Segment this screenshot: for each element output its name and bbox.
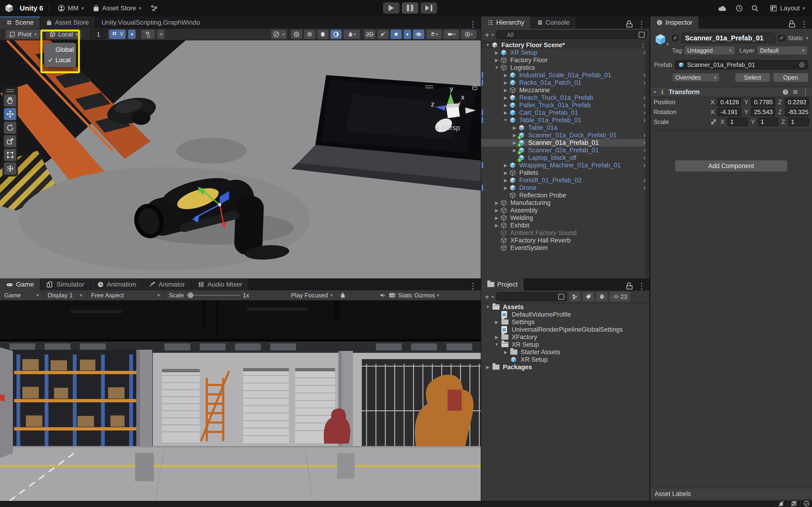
- active-checkbox[interactable]: ✓: [672, 35, 678, 41]
- project-item[interactable]: XR Setup: [481, 356, 649, 363]
- hierarchy-item[interactable]: ▶ + Reach_Truck_01a_Prefab › ⋮: [481, 94, 649, 101]
- gizmos-dropdown[interactable]: ▾: [461, 30, 476, 39]
- expand-arrow[interactable]: ▶: [502, 163, 509, 168]
- expand-arrow[interactable]: ▶: [493, 320, 500, 325]
- hierarchy-item[interactable]: ▶ + Exhibit › ⋮: [481, 222, 649, 229]
- tab-hierarchy[interactable]: Hierarchy: [481, 16, 531, 29]
- search-by-label-icon[interactable]: [583, 292, 594, 301]
- expand-arrow[interactable]: ▼: [493, 65, 500, 70]
- rotate-tool[interactable]: [4, 122, 16, 134]
- step-button[interactable]: [420, 2, 437, 14]
- pivot-mode-dropdown[interactable]: Pivot▾: [6, 30, 40, 39]
- search-icon[interactable]: [751, 4, 759, 12]
- display-dropdown[interactable]: Display 1▾: [44, 290, 87, 300]
- expand-arrow[interactable]: ▶: [502, 110, 509, 115]
- project-panel-menu-icon[interactable]: ⋮: [638, 281, 646, 291]
- value-field-y[interactable]: 0.7785: [751, 98, 775, 106]
- transform-tool[interactable]: [4, 162, 16, 175]
- debugger-status-icon[interactable]: [775, 501, 784, 507]
- select-button[interactable]: Select: [735, 73, 770, 82]
- expand-arrow[interactable]: ▶: [502, 88, 509, 93]
- project-item[interactable]: ▶ XFactory: [481, 333, 649, 341]
- lock-icon[interactable]: [626, 20, 632, 27]
- grid-snap-button[interactable]: [141, 30, 155, 39]
- overlay-drag-handle[interactable]: [6, 89, 14, 92]
- expand-arrow[interactable]: ▶: [502, 72, 509, 78]
- transform-header[interactable]: ▾ Transform ⋮: [650, 87, 812, 97]
- scale-tool[interactable]: [4, 135, 16, 148]
- open-button[interactable]: Open: [773, 73, 808, 82]
- game-viewport[interactable]: [0, 300, 481, 501]
- lock-icon[interactable]: [789, 20, 795, 27]
- search-by-type-icon[interactable]: [569, 292, 580, 301]
- vsync-icon[interactable]: [389, 292, 396, 299]
- expand-arrow[interactable]: ▶: [493, 208, 500, 213]
- game-panel-menu-icon[interactable]: ⋮: [469, 281, 477, 291]
- move-tool[interactable]: [4, 108, 16, 120]
- hierarchy-panel-menu-icon[interactable]: ⋮: [638, 19, 646, 29]
- hierarchy-item[interactable]: ▶ + Cart_01a_Prefab_01 › ⋮: [481, 109, 649, 116]
- aspect-dropdown[interactable]: Free Aspect▾: [87, 290, 164, 300]
- orientation-menu-item[interactable]: ✓ Local: [44, 55, 76, 65]
- expand-arrow[interactable]: ▶: [493, 223, 500, 228]
- hierarchy-item[interactable]: ▶ + Pallets › ⋮: [481, 169, 649, 176]
- hierarchy-item[interactable]: ▶ + Industrial_Scale_01a_Prefab_01 › ⋮: [481, 71, 649, 79]
- hierarchy-item[interactable]: + EventSystem › ⋮: [481, 244, 649, 251]
- hierarchy-item[interactable]: ▶ + XR Setup › ⋮: [481, 49, 649, 56]
- expand-arrow[interactable]: ▼: [502, 118, 509, 123]
- presets-icon[interactable]: [792, 89, 798, 95]
- visible-count-badge[interactable]: 23: [610, 292, 630, 301]
- cache-server-status-icon[interactable]: [788, 501, 797, 507]
- project-item[interactable]: ▼ Assets: [481, 303, 649, 311]
- hierarchy-item[interactable]: ▶ + Pallet_Truck_01a_Prefab › ⋮: [481, 101, 649, 109]
- grid-visibility-dropdown[interactable]: ▾: [128, 30, 136, 39]
- gizmo-lock-icon[interactable]: [472, 84, 477, 90]
- layout-menu[interactable]: Layout▾: [767, 4, 808, 12]
- projection-label[interactable]: ‹Persp: [437, 123, 460, 132]
- hierarchy-item[interactable]: ▶ + Forklift_01_Prefab_02 › ⋮: [481, 176, 649, 184]
- orientation-dropdown[interactable]: Local▾: [46, 30, 81, 39]
- asset-store-menu[interactable]: Asset Store▾: [90, 4, 144, 12]
- expand-arrow[interactable]: ▶: [511, 125, 518, 130]
- hierarchy-item[interactable]: ▶ + Drone › ⋮: [481, 184, 649, 191]
- hierarchy-item[interactable]: ▶ + Factory Floor › ⋮: [481, 56, 649, 64]
- hierarchy-item[interactable]: ▼ + Logistics › ⋮: [481, 64, 649, 71]
- account-menu[interactable]: MM▾: [55, 4, 87, 12]
- create-object-button[interactable]: ＋▾: [484, 30, 494, 40]
- expand-arrow[interactable]: ▶: [502, 349, 509, 355]
- tab-project[interactable]: Project: [481, 278, 524, 291]
- project-item[interactable]: ▶ Settings: [481, 318, 649, 326]
- tab-asset-store[interactable]: Asset Store: [40, 16, 95, 29]
- hierarchy-item[interactable]: ▶ + Scanner_01a_Dock_Prefab_01 › ⋮: [481, 131, 649, 139]
- wireframe-sphere-icon[interactable]: [291, 30, 302, 39]
- rect-tool[interactable]: [4, 149, 16, 161]
- hierarchy-item[interactable]: ▶ + Scanner_01a_Prefab_01 › ⋮: [481, 139, 649, 147]
- tab-scene[interactable]: Scene: [0, 16, 40, 29]
- hierarchy-item[interactable]: ▶ + Wrapping_Machine_01a_Prefab_01 › ⋮: [481, 162, 649, 169]
- effects-toggle-icon[interactable]: [391, 30, 402, 39]
- scene-panel-menu-icon[interactable]: ⋮: [469, 19, 477, 29]
- project-item[interactable]: DefaultVolumeProfile: [481, 311, 649, 318]
- add-component-button[interactable]: Add Component: [675, 160, 788, 172]
- asset-labels-section[interactable]: Asset Labels: [650, 488, 812, 500]
- expand-arrow[interactable]: ▶: [493, 215, 500, 221]
- effects-dropdown[interactable]: ▾: [404, 30, 411, 39]
- activity-status-icon[interactable]: [800, 501, 810, 507]
- layer-dropdown[interactable]: Default▾: [757, 46, 808, 55]
- camera-dropdown[interactable]: ▾: [444, 30, 459, 39]
- expand-arrow[interactable]: ▶: [502, 95, 509, 101]
- history-icon[interactable]: [735, 4, 743, 12]
- tab-simulator[interactable]: Simulator: [40, 278, 91, 291]
- tab-animation[interactable]: Animation: [91, 278, 143, 291]
- help-icon[interactable]: [782, 89, 789, 95]
- hierarchy-item[interactable]: + Reflection Probe › ⋮: [481, 191, 649, 199]
- debug-bug-icon[interactable]: [339, 292, 346, 299]
- expand-arrow[interactable]: ▶: [502, 170, 509, 176]
- tab-animator[interactable]: Animator: [143, 278, 192, 291]
- create-asset-button[interactable]: ＋▾: [484, 292, 494, 301]
- grid-snap-dropdown[interactable]: ▾: [157, 30, 165, 39]
- scene-viewport[interactable]: y x z ‹Persp: [0, 40, 481, 278]
- expand-arrow[interactable]: ▶: [502, 185, 509, 190]
- prefab-object-field[interactable]: Scanner_01a_Prefab_01: [675, 60, 808, 69]
- expand-arrow[interactable]: ▼: [484, 304, 492, 309]
